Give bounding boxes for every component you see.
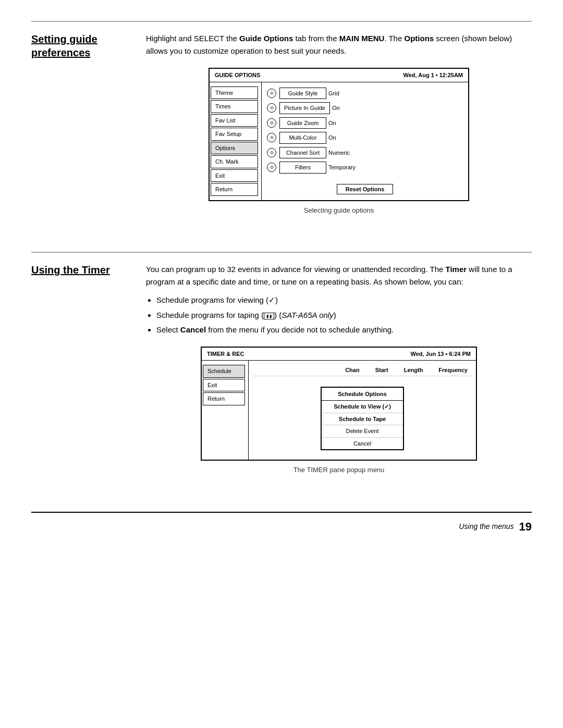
sidebar-item-times[interactable]: Times bbox=[211, 100, 258, 113]
option-value-channelsort: Numeric bbox=[328, 149, 350, 157]
option-row-multicolor: ◎ Multi-Color On bbox=[267, 132, 463, 144]
footer-page-number: 19 bbox=[519, 518, 532, 535]
sidebar-item-favlist[interactable]: Fav List bbox=[211, 114, 258, 127]
screen-header-right: Wed, Aug 1 • 12:25AM bbox=[403, 71, 463, 80]
timer-sidebar: Schedule Exit Return bbox=[202, 361, 249, 460]
setting-guide-content: Highlight and SELECT the Guide Options t… bbox=[146, 32, 532, 226]
option-row-guidestyle: ◎ Guide Style Grid bbox=[267, 88, 463, 100]
guide-screen-caption: Selecting guide options bbox=[304, 205, 374, 216]
col-frequency: Frequency bbox=[438, 366, 468, 375]
timer-bullet-list: Schedule programs for viewing (✓) Schedu… bbox=[156, 294, 532, 336]
guide-options-screen-wrapper: GUIDE OPTIONS Wed, Aug 1 • 12:25AM Theme… bbox=[146, 68, 532, 215]
timer-sidebar-schedule[interactable]: Schedule bbox=[203, 365, 245, 378]
timer-screen-caption: The TIMER pane popup menu bbox=[293, 465, 385, 475]
using-timer-section: Using the Timer You can program up to 32… bbox=[31, 252, 532, 486]
option-icon-multicolor: ◎ bbox=[267, 133, 276, 142]
reset-btn-wrapper: Reset Options bbox=[267, 179, 463, 194]
sidebar-item-favsetup[interactable]: Fav Setup bbox=[211, 128, 258, 141]
guide-sidebar: Theme Times Fav List Fav Setup Options C… bbox=[210, 82, 262, 200]
timer-col-headers: Chan Start Length Frequency bbox=[253, 365, 472, 376]
timer-sidebar-return[interactable]: Return bbox=[203, 392, 245, 405]
option-icon-pictureinguide: ◎ bbox=[267, 103, 276, 113]
setting-guide-heading: Setting guide preferences bbox=[31, 32, 130, 59]
popup-item-delete-event[interactable]: Delete Event bbox=[322, 425, 403, 438]
screen-body: Theme Times Fav List Fav Setup Options C… bbox=[210, 82, 468, 200]
schedule-options-popup: Schedule Options Schedule to View (✓) Sc… bbox=[321, 387, 404, 451]
setting-guide-paragraph: Highlight and SELECT the Guide Options t… bbox=[146, 32, 532, 57]
popup-item-schedule-to-view[interactable]: Schedule to View (✓) bbox=[322, 401, 403, 413]
option-value-guidestyle: Grid bbox=[328, 89, 339, 98]
option-row-filters: ◎ Filters Temporary bbox=[267, 162, 463, 174]
timer-header-left: TIMER & REC bbox=[207, 350, 244, 359]
timer-main-panel: Chan Start Length Frequency Schedule Opt… bbox=[249, 361, 476, 460]
setting-guide-title-block: Setting guide preferences bbox=[31, 32, 146, 226]
popup-title: Schedule Options bbox=[322, 388, 403, 401]
reset-options-button[interactable]: Reset Options bbox=[337, 184, 394, 194]
sidebar-item-exit[interactable]: Exit bbox=[211, 169, 258, 182]
timer-screen: TIMER & REC Wed, Jun 13 • 6:24 PM Schedu… bbox=[201, 347, 477, 461]
timer-header: TIMER & REC Wed, Jun 13 • 6:24 PM bbox=[202, 348, 476, 361]
setting-guide-section: Setting guide preferences Highlight and … bbox=[31, 21, 532, 226]
option-icon-channelsort: ◎ bbox=[267, 148, 276, 157]
timer-screen-wrapper: TIMER & REC Wed, Jun 13 • 6:24 PM Schedu… bbox=[146, 347, 532, 475]
popup-item-schedule-to-tape[interactable]: Schedule to Tape bbox=[322, 413, 403, 426]
col-length: Length bbox=[404, 366, 423, 375]
option-label-pictureinguide: Picture In Guide bbox=[279, 102, 330, 114]
option-row-channelsort: ◎ Channel Sort Numeric bbox=[267, 147, 463, 159]
option-icon-guidezoom: ◎ bbox=[267, 118, 276, 128]
option-label-guidezoom: Guide Zoom bbox=[279, 117, 326, 129]
bullet-select-cancel: Select Cancel from the menu if you decid… bbox=[156, 324, 532, 336]
using-timer-title-block: Using the Timer bbox=[31, 263, 146, 486]
sidebar-item-options[interactable]: Options bbox=[211, 142, 258, 155]
bullet-schedule-taping: Schedule programs for taping (▮▮) (SAT-A… bbox=[156, 310, 532, 322]
screen-header: GUIDE OPTIONS Wed, Aug 1 • 12:25AM bbox=[210, 69, 468, 82]
option-row-guidezoom: ◎ Guide Zoom On bbox=[267, 117, 463, 129]
screen-header-left: GUIDE OPTIONS bbox=[215, 71, 260, 80]
guide-options-screen: GUIDE OPTIONS Wed, Aug 1 • 12:25AM Theme… bbox=[209, 68, 469, 201]
popup-item-cancel[interactable]: Cancel bbox=[322, 438, 403, 450]
sidebar-item-chmark[interactable]: Ch. Mark bbox=[211, 155, 258, 168]
option-value-guidezoom: On bbox=[328, 119, 336, 128]
option-label-channelsort: Channel Sort bbox=[279, 147, 326, 159]
option-icon-filters: ◎ bbox=[267, 163, 276, 172]
timer-header-right: Wed, Jun 13 • 6:24 PM bbox=[410, 350, 471, 359]
sidebar-item-return[interactable]: Return bbox=[211, 183, 258, 196]
using-timer-paragraph: You can program up to 32 events in advan… bbox=[146, 263, 532, 288]
using-timer-content: You can program up to 32 events in advan… bbox=[146, 263, 532, 486]
option-value-multicolor: On bbox=[328, 133, 336, 142]
using-timer-heading: Using the Timer bbox=[31, 263, 130, 277]
col-start: Start bbox=[375, 366, 388, 375]
bullet-schedule-viewing: Schedule programs for viewing (✓) bbox=[156, 294, 532, 306]
guide-main-panel: ◎ Guide Style Grid ◎ Picture In Guide On… bbox=[262, 82, 468, 200]
option-label-filters: Filters bbox=[279, 162, 326, 174]
option-value-filters: Temporary bbox=[328, 163, 356, 172]
option-icon-guidestyle: ◎ bbox=[267, 89, 276, 98]
page-footer: Using the menus 19 bbox=[31, 512, 532, 535]
option-value-pictureinguide: On bbox=[332, 104, 340, 113]
footer-text: Using the menus bbox=[459, 521, 513, 532]
col-chan: Chan bbox=[345, 366, 360, 375]
timer-sidebar-exit[interactable]: Exit bbox=[203, 379, 245, 392]
timer-body: Schedule Exit Return Chan Start Length F… bbox=[202, 361, 476, 460]
sidebar-item-theme[interactable]: Theme bbox=[211, 87, 258, 100]
option-label-multicolor: Multi-Color bbox=[279, 132, 326, 144]
option-row-pictureinguide: ◎ Picture In Guide On bbox=[267, 102, 463, 114]
option-label-guidestyle: Guide Style bbox=[279, 88, 326, 100]
